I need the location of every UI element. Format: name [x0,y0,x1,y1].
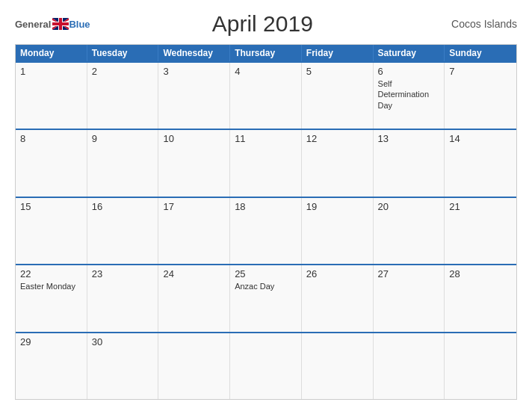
day-number: 10 [163,133,225,144]
day-number: 22 [20,268,82,279]
day-number: 15 [20,201,82,212]
day-number: 12 [306,133,368,144]
calendar-week-1: 123456Self Determination Day7 [16,61,516,129]
day-number: 19 [306,201,368,212]
day-number: 4 [235,66,297,77]
table-row: 28 [445,265,516,331]
table-row: 26 [302,265,374,331]
day-number: 5 [306,66,368,77]
table-row: 6Self Determination Day [374,63,445,129]
day-number: 6 [378,66,440,77]
day-number: 8 [20,133,82,144]
logo-flag-icon [52,18,69,30]
logo: General Blue [15,18,90,30]
table-row: 21 [445,198,516,264]
table-row: 19 [302,198,374,264]
table-row [230,333,302,399]
day-number: 23 [92,268,154,279]
table-row [302,333,374,399]
table-row: 14 [445,130,516,196]
day-number: 17 [163,201,225,212]
col-friday: Friday [302,45,374,61]
col-sunday: Sunday [445,45,516,61]
table-row: 23 [87,265,159,331]
table-row: 24 [158,265,230,331]
calendar-event: Easter Monday [20,282,75,291]
day-number: 13 [378,133,440,144]
calendar-week-4: 22Easter Monday232425Anzac Day262728 [16,264,516,331]
table-row [158,333,230,399]
col-thursday: Thursday [230,45,302,61]
region-label: Cocos Islands [435,18,517,30]
table-row: 30 [87,333,159,399]
day-number: 1 [20,66,82,77]
col-wednesday: Wednesday [158,45,230,61]
calendar-week-5: 2930 [16,332,516,399]
day-number: 29 [20,336,82,347]
col-tuesday: Tuesday [87,45,159,61]
day-number: 26 [306,268,368,279]
col-saturday: Saturday [374,45,445,61]
day-number: 2 [92,66,154,77]
table-row: 2 [87,63,159,129]
day-number: 7 [449,66,512,77]
logo-blue-text: Blue [69,19,90,30]
day-number: 3 [163,66,225,77]
calendar-week-3: 15161718192021 [16,197,516,264]
day-number: 14 [449,133,512,144]
day-number: 21 [449,201,512,212]
day-number: 27 [378,268,440,279]
table-row: 16 [87,198,159,264]
logo-general-text: General [15,19,51,30]
day-number: 11 [235,133,297,144]
table-row: 15 [16,198,87,264]
table-row: 27 [374,265,445,331]
table-row: 25Anzac Day [230,265,302,331]
calendar-body: 123456Self Determination Day789101112131… [16,61,516,399]
page: General Blue April 2019 Cocos Islands Mo… [0,0,532,411]
table-row: 11 [230,130,302,196]
calendar: Monday Tuesday Wednesday Thursday Friday… [15,44,517,400]
table-row [374,333,445,399]
table-row: 4 [230,63,302,129]
day-number: 25 [235,268,297,279]
table-row: 1 [16,63,87,129]
table-row: 18 [230,198,302,264]
table-row: 29 [16,333,87,399]
table-row: 13 [374,130,445,196]
table-row: 5 [302,63,374,129]
day-number: 24 [163,268,225,279]
table-row: 10 [158,130,230,196]
day-number: 20 [378,201,440,212]
table-row: 8 [16,130,87,196]
calendar-event: Self Determination Day [378,79,429,110]
calendar-header-row: Monday Tuesday Wednesday Thursday Friday… [16,45,516,61]
header: General Blue April 2019 Cocos Islands [15,11,517,37]
table-row: 7 [445,63,516,129]
col-monday: Monday [16,45,87,61]
table-row: 3 [158,63,230,129]
day-number: 18 [235,201,297,212]
day-number: 16 [92,201,154,212]
table-row: 20 [374,198,445,264]
table-row: 17 [158,198,230,264]
table-row: 22Easter Monday [16,265,87,331]
page-title: April 2019 [90,11,435,37]
table-row: 9 [87,130,159,196]
table-row [445,333,516,399]
day-number: 28 [449,268,512,279]
day-number: 9 [92,133,154,144]
calendar-event: Anzac Day [235,282,274,291]
svg-rect-8 [52,22,69,25]
calendar-week-2: 891011121314 [16,129,516,196]
day-number: 30 [92,336,154,347]
table-row: 12 [302,130,374,196]
